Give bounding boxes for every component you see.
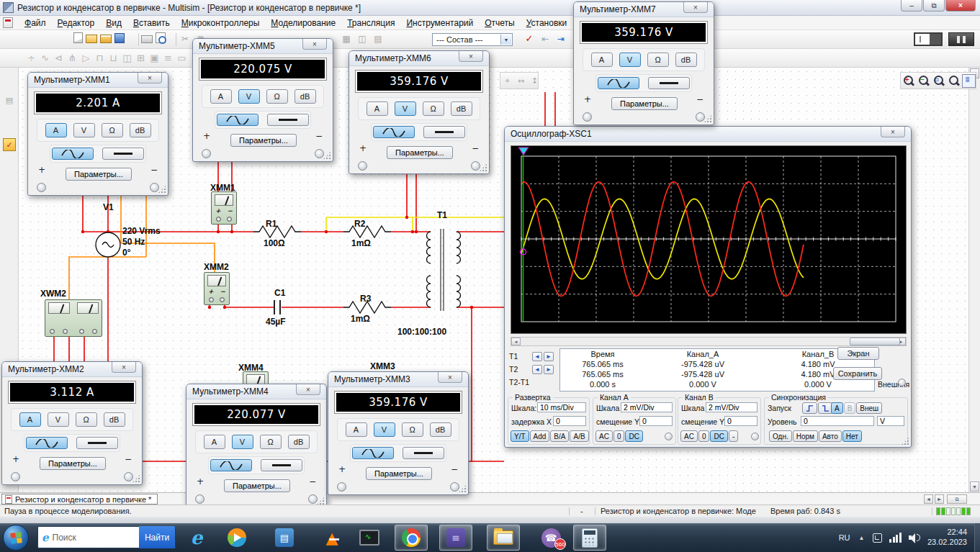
taskbar-simulation-monitor[interactable] [353,525,386,551]
menu-item[interactable]: Файл [19,18,52,28]
cursor-right-icon[interactable]: ► [544,365,554,374]
pan-target-icon[interactable]: ⌖ [500,74,514,87]
taskbar-vlc[interactable]: ▲ [315,525,349,551]
xmm1-instrument-icon[interactable]: +− [211,191,237,225]
hierarchy-icon[interactable]: ▤ [3,94,16,107]
parameters-button[interactable]: Параметры... [366,467,432,480]
trigger-level-field[interactable]: 0 [801,416,874,426]
mode-button-2[interactable]: Ω [76,412,97,427]
dc-mode-icon[interactable] [261,459,302,471]
database-icon[interactable]: ▤ [372,32,385,45]
tab-scroll-right-icon[interactable]: ► [935,494,944,504]
v1-ref-label[interactable]: V1 [103,202,114,212]
button-[interactable]: - [729,430,738,442]
close-icon[interactable]: × [302,39,327,50]
channel-b-scale-field[interactable]: 2 mV/Div [706,402,758,412]
r2-ref-label[interactable]: R2 [354,219,365,229]
zoom-area-icon[interactable]: ▫ [932,74,945,88]
reverse-button[interactable]: Экран [837,347,879,360]
button-0[interactable]: 0 [613,430,625,442]
parameters-button[interactable]: Параметры... [40,457,106,470]
place-misc-icon[interactable]: ▭ [175,51,189,64]
taskbar-calculator[interactable] [573,525,606,551]
c1-ref-label[interactable]: C1 [274,288,285,298]
save-icon[interactable] [114,33,125,43]
forward-annotate-icon[interactable]: ⇥ [554,32,567,45]
close-icon[interactable]: × [438,372,462,383]
mode-button-0[interactable]: A [367,101,388,116]
zoom-fit-icon[interactable] [947,74,961,88]
place-analog-icon[interactable]: ▷ [79,51,93,64]
minimize-icon[interactable]: – [901,0,922,12]
search-button[interactable]: Найти [139,526,175,548]
r2-value-label[interactable]: 1mΩ [351,238,371,248]
ac-mode-icon[interactable] [373,126,415,138]
channel-a-scale-field[interactable]: 2 mV/Div [621,402,673,412]
spreadsheet-icon[interactable]: ◫ [356,32,369,45]
taskbar-control-panel[interactable]: ▤ [268,525,301,551]
print-icon[interactable] [141,35,153,43]
document-tab[interactable]: Резистор и конденсатор в первичке * [1,494,158,505]
grid-icon[interactable]: ▦ [340,32,353,45]
channel-a-offset-field[interactable]: 0 [639,416,673,426]
dc-mode-icon[interactable] [102,148,144,160]
chevron-down-icon[interactable]: ▼ [500,35,511,45]
ac-mode-icon[interactable] [210,459,252,471]
place-source-icon[interactable]: ÷ [24,51,38,64]
xwm2-instrument-icon[interactable] [45,299,102,337]
button-yt[interactable]: Y/T [511,430,529,442]
place-mixed-icon[interactable]: ⊞ [134,51,148,64]
canvas-vertical-scrollbar[interactable]: ▲ ▼ [968,68,980,492]
zoom-out-icon[interactable]: − [917,74,930,88]
mode-button-3[interactable]: dB [295,89,316,104]
place-indicator-icon[interactable]: ▣ [148,51,161,64]
menu-item[interactable]: Установки [521,18,573,28]
menu-item[interactable]: Отчеты [479,18,521,28]
place-cmos-icon[interactable]: ⊔ [107,51,120,64]
cut-icon[interactable]: ✂ [179,32,192,45]
mode-button-3[interactable]: dB [104,412,125,427]
cursor-left-icon[interactable]: ◄ [532,352,542,361]
timebase-xpos-field[interactable]: 0 [553,416,586,426]
mode-button-2[interactable]: Ω [102,123,123,137]
external-trigger-radio[interactable] [898,379,906,386]
open-file-icon[interactable] [86,35,97,43]
menu-item[interactable]: Моделирование [265,18,341,28]
variant-combobox[interactable]: --- Состав --- ▼ [432,33,513,46]
edit-sheet-icon[interactable]: ✓ [3,138,16,151]
button-0[interactable]: 0 [698,430,710,442]
button-авто[interactable]: Авто [819,430,842,442]
v1-freq-label[interactable]: 50 Hz [122,237,145,247]
taskbar-internet-explorer[interactable]: e [180,525,213,551]
parameters-button[interactable]: Параметры... [387,146,453,159]
button-нет[interactable]: Нет [842,430,862,442]
r3-value-label[interactable]: 1mΩ [351,314,370,324]
mode-button-0[interactable]: A [204,435,225,449]
taskbar-chrome[interactable] [395,525,428,551]
close-icon[interactable]: × [683,2,708,13]
maximize-icon[interactable]: ⧉ [923,0,945,12]
scroll-down-icon[interactable]: ▼ [970,481,979,492]
mode-button-0[interactable]: A [19,412,41,427]
mode-button-1[interactable]: V [395,101,416,116]
erc-check-icon[interactable]: ✓ [523,32,536,45]
v1-phase-label[interactable]: 0° [122,248,130,258]
scope-horizontal-scrollbar[interactable]: ◄ ► [511,337,907,346]
r3-ref-label[interactable]: R3 [360,294,371,304]
new-document-icon[interactable] [73,32,83,43]
mode-button-1[interactable]: V [238,89,260,104]
mode-button-1[interactable]: V [374,422,395,437]
mode-button-3[interactable]: dB [130,123,151,137]
ac-mode-icon[interactable] [52,148,94,160]
place-transistor-icon[interactable]: ⋔ [66,51,79,64]
xmm3-label[interactable]: XMM3 [370,361,395,371]
close-icon[interactable]: × [112,362,136,373]
button-dc[interactable]: DC [710,430,727,442]
window-titlebar[interactable]: Осциллограф-XSC1 [505,127,911,142]
taskbar-media-player[interactable] [220,525,253,551]
mode-button-1[interactable]: V [619,53,641,67]
xwm2-label[interactable]: XWM2 [40,289,66,299]
dc-mode-icon[interactable] [648,77,690,89]
close-icon[interactable]: × [296,384,320,395]
button-b[interactable]: B [844,402,856,414]
